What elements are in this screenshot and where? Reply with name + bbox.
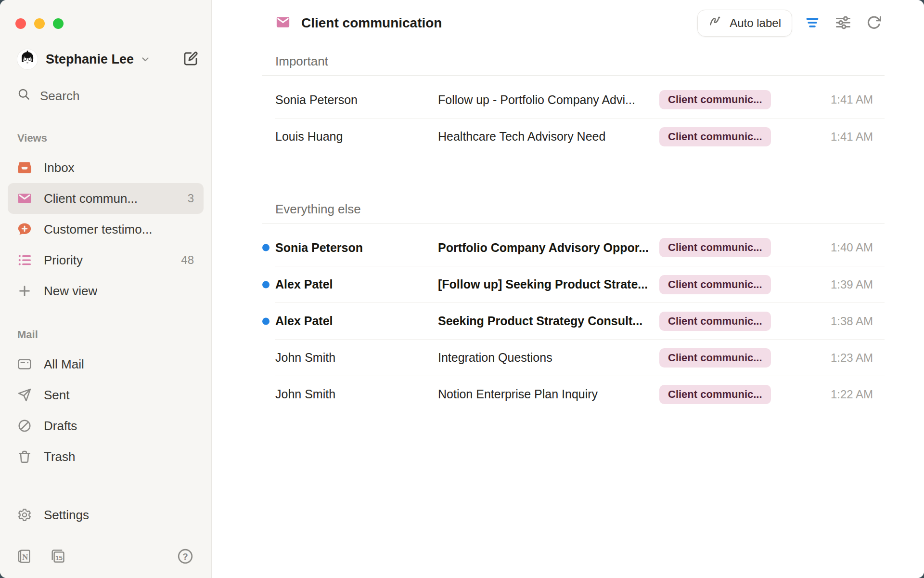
- draft-icon: [17, 419, 32, 433]
- header-actions: Auto label: [697, 10, 885, 37]
- sidebar-section-mail: MailAll MailSentDraftsTrash: [8, 328, 204, 472]
- view-header: Client communication Auto label: [262, 0, 885, 46]
- sidebar-item-count: 3: [188, 192, 194, 205]
- search-label: Search: [40, 89, 79, 104]
- notion-logo-icon: N: [16, 548, 32, 566]
- sidebar-item-label: New view: [44, 284, 97, 299]
- sidebar-item-inbox[interactable]: Inbox: [8, 152, 204, 183]
- sidebar-item-new-view[interactable]: New view: [8, 276, 204, 306]
- sidebar-item-label: Customer testimo...: [44, 222, 152, 237]
- email-row[interactable]: Alex Patel[Follow up] Seeking Product St…: [275, 266, 885, 302]
- compose-button[interactable]: [182, 51, 199, 68]
- all-mail-icon: [17, 357, 32, 371]
- unread-dot: [262, 317, 270, 325]
- email-row[interactable]: Sonia PetersonFollow up - Portfolio Comp…: [275, 81, 885, 118]
- sidebar-section-label: Views: [8, 132, 204, 144]
- display-settings-button[interactable]: [833, 13, 854, 34]
- email-subject: [Follow up] Seeking Product Strate...: [438, 277, 659, 291]
- help-button[interactable]: ?: [177, 548, 194, 566]
- inbox-icon: [17, 160, 32, 175]
- notion-app-button[interactable]: N: [16, 548, 32, 566]
- sidebar-item-trash[interactable]: Trash: [8, 441, 204, 472]
- auto-label-icon: [708, 14, 723, 32]
- minimize-window-button[interactable]: [34, 18, 45, 29]
- email-subject: Portfolio Company Advisory Oppor...: [438, 241, 659, 255]
- section-title: Everything else: [262, 194, 885, 223]
- email-sender: Sonia Peterson: [275, 241, 438, 255]
- label-badge[interactable]: Client communic...: [659, 348, 771, 368]
- email-row[interactable]: Alex PatelSeeking Product Strategy Consu…: [275, 302, 885, 339]
- svg-text:?: ?: [182, 552, 188, 562]
- sliders-icon: [835, 14, 851, 32]
- sidebar-item-settings[interactable]: Settings: [8, 499, 204, 530]
- sidebar-footer: N 15 ?: [16, 548, 194, 566]
- email-time: 1:41 AM: [831, 130, 885, 144]
- close-window-button[interactable]: [15, 18, 26, 29]
- email-row[interactable]: Louis HuangHealthcare Tech Advisory Need…: [275, 118, 885, 155]
- help-icon: ?: [177, 548, 194, 566]
- email-row[interactable]: John SmithIntegration QuestionsClient co…: [275, 339, 885, 376]
- label-badge[interactable]: Client communic...: [659, 385, 771, 404]
- chevron-down-icon: [140, 53, 151, 65]
- settings-label: Settings: [44, 508, 89, 523]
- email-row[interactable]: John SmithNotion Enterprise Plan Inquiry…: [275, 376, 885, 412]
- main-panel: Client communication Auto label: [212, 0, 924, 578]
- sidebar: Stephanie Lee Search ViewsInboxClient co…: [0, 0, 212, 578]
- sidebar-item-label: Priority: [44, 253, 83, 268]
- app-window: Stephanie Lee Search ViewsInboxClient co…: [0, 0, 924, 578]
- email-sender: John Smith: [275, 387, 438, 401]
- window-controls: [0, 0, 211, 29]
- sidebar-nav: ViewsInboxClient commun...3Customer test…: [0, 132, 211, 472]
- sidebar-item-sent[interactable]: Sent: [8, 380, 204, 410]
- label-badge[interactable]: Client communic...: [659, 275, 771, 294]
- plus-icon: [17, 284, 32, 298]
- calendar-icon: 15: [50, 548, 66, 566]
- sidebar-item-label: Drafts: [44, 419, 77, 434]
- zoom-window-button[interactable]: [53, 18, 64, 29]
- email-subject: Healthcare Tech Advisory Need: [438, 130, 659, 144]
- sidebar-item-client-communication[interactable]: Client commun...3: [8, 183, 204, 214]
- email-sender: Sonia Peterson: [275, 93, 438, 107]
- label-badge[interactable]: Client communic...: [659, 127, 771, 146]
- email-row[interactable]: Sonia PetersonPortfolio Company Advisory…: [275, 229, 885, 266]
- sidebar-item-label: Client commun...: [44, 191, 138, 206]
- unread-dot: [262, 244, 270, 251]
- label-badge[interactable]: Client communic...: [659, 312, 771, 331]
- email-time: 1:23 AM: [831, 351, 885, 365]
- sidebar-item-priority[interactable]: Priority48: [8, 245, 204, 276]
- sidebar-item-label: All Mail: [44, 357, 84, 372]
- mail-label-icon-large: [275, 15, 291, 31]
- email-sender: Louis Huang: [275, 130, 438, 144]
- calendar-app-button[interactable]: 15: [50, 548, 66, 566]
- filter-icon: [804, 14, 821, 32]
- auto-label-button-label: Auto label: [730, 16, 781, 30]
- page-title: Client communication: [301, 15, 442, 31]
- email-section: ImportantSonia PetersonFollow up - Portf…: [262, 46, 885, 155]
- email-time: 1:41 AM: [831, 93, 885, 106]
- sidebar-item-all-mail[interactable]: All Mail: [8, 349, 204, 380]
- user-name: Stephanie Lee: [46, 52, 134, 67]
- refresh-button[interactable]: [863, 13, 885, 34]
- priority-icon: [17, 253, 32, 267]
- send-icon: [17, 388, 32, 402]
- filter-button[interactable]: [802, 13, 823, 34]
- sidebar-section-label: Mail: [8, 328, 204, 341]
- search-icon: [17, 88, 30, 104]
- email-subject: Follow up - Portfolio Company Advi...: [438, 93, 659, 107]
- sidebar-section-views: ViewsInboxClient commun...3Customer test…: [8, 132, 204, 306]
- auto-label-button[interactable]: Auto label: [697, 10, 792, 37]
- sidebar-item-customer-testimonials[interactable]: Customer testimo...: [8, 214, 204, 245]
- account-switcher[interactable]: Stephanie Lee: [17, 49, 199, 69]
- testimonial-icon: [17, 222, 32, 236]
- label-badge[interactable]: Client communic...: [659, 90, 771, 109]
- email-sender: Alex Patel: [275, 277, 438, 291]
- search-button[interactable]: Search: [8, 84, 204, 108]
- mail-label-icon: [17, 191, 32, 206]
- trash-icon: [17, 449, 32, 464]
- sidebar-item-drafts[interactable]: Drafts: [8, 410, 204, 441]
- compose-icon: [182, 51, 199, 68]
- gear-icon: [17, 508, 32, 522]
- email-section: Everything elseSonia PetersonPortfolio C…: [262, 194, 885, 412]
- svg-text:N: N: [22, 552, 28, 562]
- label-badge[interactable]: Client communic...: [659, 238, 771, 257]
